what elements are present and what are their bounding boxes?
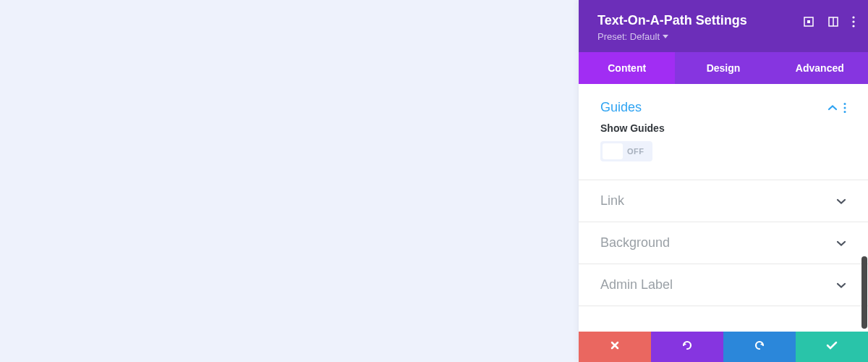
show-guides-label: Show Guides: [600, 122, 846, 134]
cancel-button[interactable]: [579, 332, 651, 362]
undo-icon: [681, 339, 694, 355]
save-button[interactable]: [796, 332, 868, 362]
section-title-link: Link: [600, 193, 624, 209]
chevron-down-icon: [836, 282, 846, 288]
tab-advanced[interactable]: Advanced: [772, 52, 868, 84]
section-header-guides[interactable]: Guides: [579, 84, 868, 122]
section-title-background: Background: [600, 235, 670, 251]
section-header-admin-label[interactable]: Admin Label: [579, 264, 868, 306]
preset-value: Default: [630, 31, 660, 42]
close-icon: [610, 340, 620, 353]
more-options-icon[interactable]: [852, 16, 855, 28]
section-header-link[interactable]: Link: [579, 180, 868, 222]
caret-down-icon: [663, 35, 668, 38]
snap-icon[interactable]: [827, 16, 839, 28]
chevron-down-icon: [836, 198, 846, 204]
svg-point-5: [852, 20, 854, 22]
panel-footer: [579, 332, 868, 362]
scrollbar[interactable]: [861, 256, 867, 329]
header-icons: [803, 16, 855, 28]
tab-content[interactable]: Content: [579, 52, 675, 84]
redo-icon: [753, 339, 766, 355]
section-header-background[interactable]: Background: [579, 222, 868, 264]
section-guides: Guides Show Guides: [579, 84, 868, 180]
svg-point-9: [844, 111, 846, 113]
preset-dropdown[interactable]: Preset: Default: [597, 31, 854, 42]
canvas-area[interactable]: [0, 0, 579, 362]
svg-point-6: [852, 25, 854, 27]
section-title-guides: Guides: [600, 100, 642, 115]
panel-header: Text-On-A-Path Settings Preset: Default: [579, 0, 868, 52]
tabs: Content Design Advanced: [579, 52, 868, 84]
section-content-guides: Show Guides OFF: [579, 122, 868, 180]
section-link: Link: [579, 180, 868, 222]
chevron-down-icon: [836, 240, 846, 246]
expand-icon[interactable]: [803, 16, 814, 28]
undo-button[interactable]: [651, 332, 723, 362]
preset-prefix: Preset:: [597, 31, 627, 42]
svg-rect-1: [807, 20, 810, 23]
section-admin-label: Admin Label: [579, 264, 868, 306]
show-guides-toggle[interactable]: OFF: [600, 141, 652, 161]
section-title-admin-label: Admin Label: [600, 277, 673, 292]
svg-point-8: [844, 106, 846, 109]
tab-design[interactable]: Design: [675, 52, 771, 84]
redo-button[interactable]: [723, 332, 796, 362]
toggle-state-label: OFF: [623, 147, 650, 156]
settings-panel: Text-On-A-Path Settings Preset: Default: [579, 0, 868, 362]
section-more-icon[interactable]: [843, 102, 846, 114]
toggle-handle: [603, 143, 623, 159]
chevron-up-icon: [827, 105, 838, 111]
svg-point-7: [844, 103, 846, 105]
section-background: Background: [579, 222, 868, 264]
check-icon: [825, 340, 838, 353]
svg-point-4: [852, 16, 854, 18]
panel-body: Guides Show Guides: [579, 84, 868, 332]
